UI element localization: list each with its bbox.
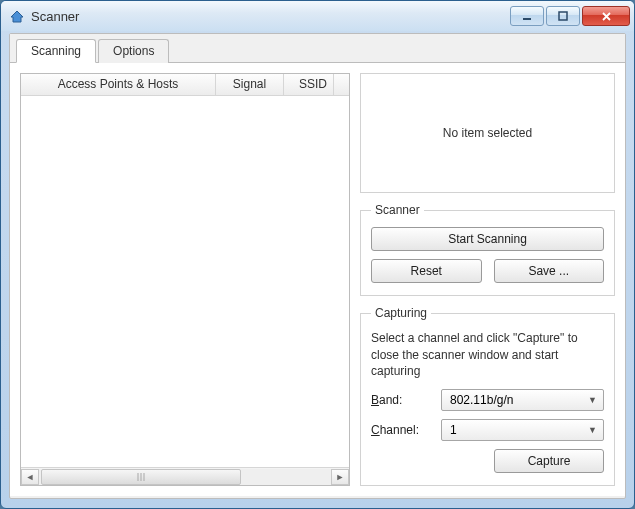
channel-select[interactable]: 1 ▼	[441, 419, 604, 441]
chevron-down-icon: ▼	[588, 395, 597, 405]
list-header: Access Points & Hosts Signal SSID	[21, 74, 349, 96]
channel-row: Channel: 1 ▼	[371, 419, 604, 441]
list-rows	[21, 96, 349, 467]
channel-value: 1	[450, 423, 457, 437]
svg-rect-1	[559, 12, 567, 20]
tab-strip: Scanning Options	[10, 34, 625, 63]
scroll-track[interactable]	[39, 469, 331, 485]
capturing-legend: Capturing	[371, 306, 431, 320]
chevron-down-icon: ▼	[588, 425, 597, 435]
window-controls	[510, 6, 630, 26]
scanner-group: Scanner Start Scanning Reset Save ...	[360, 203, 615, 296]
app-icon	[9, 8, 25, 24]
no-selection-label: No item selected	[443, 126, 532, 140]
reset-button[interactable]: Reset	[371, 259, 482, 283]
minimize-button[interactable]	[510, 6, 544, 26]
maximize-button[interactable]	[546, 6, 580, 26]
col-ssid[interactable]: SSID	[284, 74, 334, 95]
col-access-points[interactable]: Access Points & Hosts	[21, 74, 216, 95]
save-button[interactable]: Save ...	[494, 259, 605, 283]
close-button[interactable]	[582, 6, 630, 26]
scroll-right-button[interactable]: ►	[331, 469, 349, 485]
detail-pane: No item selected Scanner Start Scanning …	[360, 73, 615, 486]
window-title: Scanner	[31, 9, 510, 24]
channel-label: Channel:	[371, 423, 441, 437]
tab-options[interactable]: Options	[98, 39, 169, 63]
titlebar[interactable]: Scanner	[1, 1, 634, 31]
scan-results-list[interactable]: Access Points & Hosts Signal SSID ◄ ►	[20, 73, 350, 486]
scan-results-pane: Access Points & Hosts Signal SSID ◄ ►	[20, 73, 350, 486]
start-scanning-button[interactable]: Start Scanning	[371, 227, 604, 251]
client-area: Scanning Options Access Points & Hosts S…	[9, 33, 626, 499]
horizontal-scrollbar[interactable]: ◄ ►	[21, 467, 349, 485]
svg-rect-0	[523, 18, 531, 20]
scroll-left-button[interactable]: ◄	[21, 469, 39, 485]
band-label: Band:	[371, 393, 441, 407]
band-select[interactable]: 802.11b/g/n ▼	[441, 389, 604, 411]
band-value: 802.11b/g/n	[450, 393, 513, 407]
scanner-legend: Scanner	[371, 203, 424, 217]
capture-button[interactable]: Capture	[494, 449, 604, 473]
scanner-window: Scanner Scanning Options Access Points &	[0, 0, 635, 509]
capturing-group: Capturing Select a channel and click "Ca…	[360, 306, 615, 486]
tab-body-scanning: Access Points & Hosts Signal SSID ◄ ►	[10, 63, 625, 496]
tab-scanning[interactable]: Scanning	[16, 39, 96, 63]
selection-preview: No item selected	[360, 73, 615, 193]
scroll-thumb[interactable]	[41, 469, 241, 485]
capturing-help-text: Select a channel and click "Capture" to …	[371, 330, 604, 379]
band-row: Band: 802.11b/g/n ▼	[371, 389, 604, 411]
col-signal[interactable]: Signal	[216, 74, 284, 95]
